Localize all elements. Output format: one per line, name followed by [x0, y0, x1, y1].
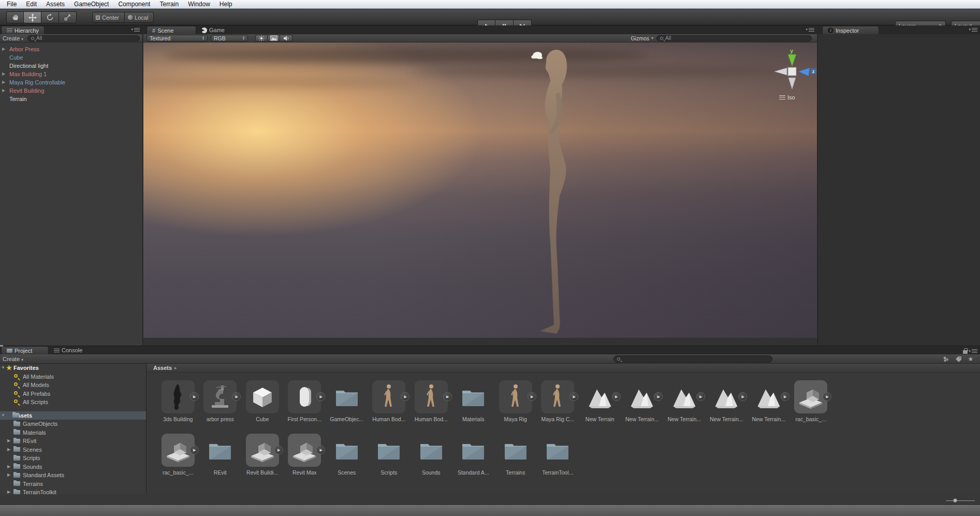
- expand-arrow-icon[interactable]: ▶: [7, 471, 10, 480]
- asset-item[interactable]: ▶ Human Bod...: [410, 380, 452, 422]
- project-panel-menu[interactable]: ▾: [963, 348, 977, 354]
- expand-arrow-icon[interactable]: ▶: [7, 437, 10, 446]
- gizmo-center-cube[interactable]: [788, 67, 796, 76]
- menu-item[interactable]: Component: [113, 1, 155, 8]
- asset-item[interactable]: ▶ 3ds Building: [157, 380, 199, 422]
- hierarchy-item[interactable]: Cube: [0, 53, 142, 62]
- expand-badge-icon[interactable]: ▶: [528, 392, 536, 401]
- tree-folder-item[interactable]: ▶ Standard Assets: [0, 471, 146, 480]
- favorites-item[interactable]: All Prefabs: [0, 390, 146, 398]
- inspector-panel-menu[interactable]: ▾: [969, 27, 977, 32]
- expand-arrow-icon[interactable]: ▶: [7, 463, 10, 471]
- audio-toggle-button[interactable]: [280, 35, 292, 41]
- tab-project[interactable]: Project: [1, 346, 49, 354]
- asset-item[interactable]: Materials: [452, 380, 495, 422]
- assets-root-item[interactable]: ▼ Assets: [0, 411, 146, 420]
- tree-folder-item[interactable]: ▶ REvit: [0, 437, 146, 446]
- expand-arrow-icon[interactable]: ▶: [7, 446, 10, 454]
- foldout-arrow-icon[interactable]: ▼: [1, 411, 5, 420]
- gizmos-dropdown[interactable]: Gizmos ▾: [631, 35, 653, 41]
- favorites-star-button[interactable]: ★: [966, 355, 976, 363]
- hierarchy-item[interactable]: ▶ Max Building 1: [0, 70, 142, 78]
- favorites-header[interactable]: ▼ ★ Favorites: [0, 364, 146, 372]
- expand-badge-icon[interactable]: ▶: [654, 392, 663, 401]
- expand-badge-icon[interactable]: ▶: [738, 392, 747, 401]
- expand-badge-icon[interactable]: ▶: [190, 392, 199, 401]
- asset-item[interactable]: Terrains: [494, 434, 537, 476]
- rotate-tool-button[interactable]: [41, 11, 59, 23]
- expand-badge-icon[interactable]: ▶: [696, 392, 705, 401]
- hierarchy-item[interactable]: ▶ Maya Rig Controllable: [0, 78, 142, 87]
- favorites-item[interactable]: All Scripts: [0, 398, 146, 407]
- asset-item[interactable]: ▶ First Person...: [284, 380, 326, 422]
- axis-down-cone[interactable]: [788, 78, 796, 89]
- hand-tool-button[interactable]: [6, 11, 24, 23]
- asset-item[interactable]: ▶ Revit Buildi...: [241, 434, 284, 476]
- tree-folder-item[interactable]: ▶ TerrainToolkit: [0, 488, 146, 494]
- breadcrumb[interactable]: Assets ▸: [147, 364, 980, 372]
- color-mode-dropdown[interactable]: RGB ▲▼: [211, 35, 248, 41]
- menu-item[interactable]: Terrain: [155, 1, 183, 8]
- scene-panel-menu[interactable]: ▾: [806, 27, 814, 32]
- tree-folder-item[interactable]: Terrains: [0, 480, 146, 489]
- asset-item[interactable]: TerrainTool...: [537, 434, 579, 476]
- expand-arrow-icon[interactable]: ▶: [2, 87, 5, 95]
- asset-item[interactable]: REvit: [199, 434, 242, 476]
- expand-arrow-icon[interactable]: ▶: [7, 488, 10, 494]
- asset-item[interactable]: ▶ New Terrain...: [706, 380, 748, 422]
- asset-item[interactable]: ▶ Revit Max: [284, 434, 326, 476]
- tab-scene[interactable]: # Scene: [147, 26, 196, 34]
- hierarchy-item[interactable]: ▶ Arbor Press: [0, 45, 142, 53]
- tab-console[interactable]: Console: [49, 346, 87, 354]
- expand-arrow-icon[interactable]: ▶: [2, 78, 5, 87]
- scene-orientation-gizmo[interactable]: y z: [767, 47, 817, 96]
- tree-folder-item[interactable]: GameObjects: [0, 420, 146, 428]
- tab-game[interactable]: Game: [196, 26, 230, 34]
- hierarchy-item[interactable]: ▶ Revit Building: [0, 87, 142, 95]
- asset-item[interactable]: ▶ arbor press: [199, 380, 242, 422]
- hierarchy-search-input[interactable]: All: [27, 35, 140, 41]
- lock-icon[interactable]: [963, 350, 968, 354]
- scale-tool-button[interactable]: [59, 11, 77, 23]
- foldout-arrow-icon[interactable]: ▼: [1, 364, 5, 372]
- human-model[interactable]: [524, 46, 591, 337]
- scene-viewport[interactable]: y z Iso: [143, 42, 817, 338]
- menu-item[interactable]: Help: [215, 1, 237, 8]
- expand-badge-icon[interactable]: ▶: [612, 392, 621, 401]
- asset-item[interactable]: ▶ New Terrain: [579, 380, 621, 422]
- tab-inspector[interactable]: i Inspector: [822, 26, 879, 34]
- asset-item[interactable]: Scripts: [368, 434, 411, 476]
- favorites-item[interactable]: All Materials: [0, 372, 146, 381]
- axis-z-cone[interactable]: [798, 68, 810, 76]
- asset-item[interactable]: ▶ rac_basic_...: [790, 380, 832, 422]
- project-create-dropdown[interactable]: Create ▾: [3, 356, 23, 362]
- asset-item[interactable]: ▶ New Terrain...: [663, 380, 706, 422]
- menu-item[interactable]: GameObject: [69, 1, 113, 8]
- hierarchy-item[interactable]: Terrain: [0, 95, 142, 103]
- hierarchy-item[interactable]: Directional light: [0, 62, 142, 70]
- expand-badge-icon[interactable]: ▶: [443, 392, 452, 401]
- asset-item[interactable]: ▶ New Terrain...: [748, 380, 790, 422]
- expand-badge-icon[interactable]: ▶: [316, 446, 325, 454]
- filter-label-button[interactable]: [953, 355, 963, 363]
- asset-item[interactable]: ▶ New Terrain...: [621, 380, 664, 422]
- tree-folder-item[interactable]: Scripts: [0, 454, 146, 463]
- filter-type-button[interactable]: [941, 355, 951, 363]
- expand-badge-icon[interactable]: ▶: [316, 392, 325, 401]
- expand-badge-icon[interactable]: ▶: [274, 446, 283, 454]
- project-search-input[interactable]: [613, 355, 772, 363]
- space-mode-button[interactable]: Local: [125, 12, 154, 23]
- menu-item[interactable]: Assets: [41, 1, 69, 8]
- menu-item[interactable]: Edit: [21, 1, 41, 8]
- asset-item[interactable]: ▶ Human Bod...: [368, 380, 411, 422]
- pivot-mode-button[interactable]: Center: [92, 12, 125, 23]
- axis-x-cone[interactable]: [774, 68, 787, 75]
- asset-item[interactable]: ▶ rac_basic_...: [157, 434, 199, 476]
- lighting-toggle-button[interactable]: [255, 35, 268, 41]
- thumbnail-size-slider[interactable]: [946, 498, 975, 503]
- projection-mode[interactable]: Iso: [779, 94, 795, 101]
- asset-item[interactable]: Scenes: [326, 434, 368, 476]
- asset-item[interactable]: ▶ Maya Rig: [494, 380, 537, 422]
- expand-badge-icon[interactable]: ▶: [190, 446, 199, 454]
- favorites-item[interactable]: All Models: [0, 381, 146, 390]
